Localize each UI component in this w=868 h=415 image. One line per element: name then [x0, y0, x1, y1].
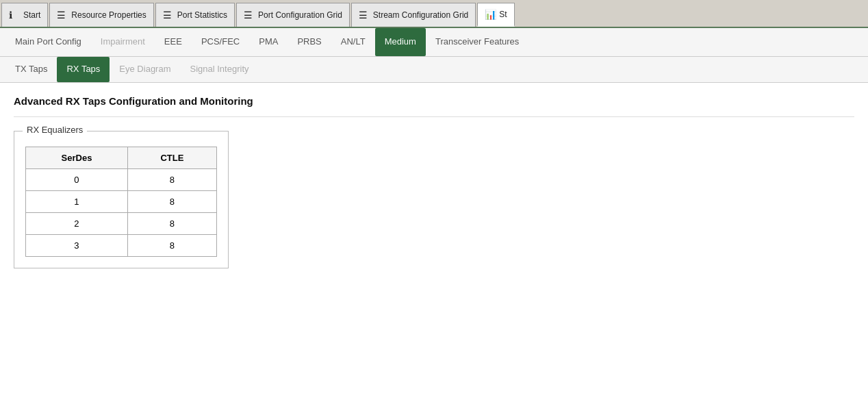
tab-st[interactable]: 📊 St [477, 3, 514, 27]
nav-pcs-fec[interactable]: PCS/FEC [192, 28, 249, 56]
table-header-row: SerDes CTLE [26, 147, 217, 169]
subtab-tx-taps[interactable]: TX Taps [5, 57, 57, 82]
cell-serdes: 3 [26, 235, 128, 257]
port-statistics-icon: ☰ [163, 10, 174, 21]
content-area: Advanced RX Taps Configuration and Monit… [0, 83, 868, 415]
subtab-eye-diagram: Eye Diagram [110, 57, 180, 82]
nav-impairment: Impairment [91, 28, 155, 56]
tab-port-config-grid[interactable]: ☰ Port Configuration Grid [236, 3, 350, 27]
nav-prbs[interactable]: PRBS [288, 28, 331, 56]
cell-ctle: 8 [127, 191, 216, 213]
tab-start[interactable]: ℹ Start [1, 3, 48, 27]
cell-ctle: 8 [127, 213, 216, 235]
nav-transceiver-features[interactable]: Transceiver Features [426, 28, 528, 56]
col-header-serdes: SerDes [26, 147, 128, 169]
col-header-ctle: CTLE [127, 147, 216, 169]
subtab-signal-integrity: Signal Integrity [181, 57, 259, 82]
nav-bar: Main Port Config Impairment EEE PCS/FEC … [0, 28, 868, 57]
start-icon: ℹ [9, 10, 20, 21]
group-box-legend: RX Equalizers [23, 125, 87, 135]
rx-equalizers-group: RX Equalizers SerDes CTLE 08182838 [14, 131, 229, 268]
cell-serdes: 0 [26, 169, 128, 191]
table-row: 18 [26, 191, 217, 213]
nav-main-port-config[interactable]: Main Port Config [5, 28, 91, 56]
cell-serdes: 2 [26, 213, 128, 235]
subtab-bar: TX Taps RX Taps Eye Diagram Signal Integ… [0, 57, 868, 83]
table-row: 28 [26, 213, 217, 235]
table-row: 08 [26, 169, 217, 191]
nav-medium[interactable]: Medium [375, 28, 426, 56]
resource-properties-icon: ☰ [57, 10, 68, 21]
cell-ctle: 8 [127, 235, 216, 257]
section-title: Advanced RX Taps Configuration and Monit… [14, 95, 854, 107]
tab-port-statistics[interactable]: ☰ Port Statistics [155, 3, 235, 27]
nav-eee[interactable]: EEE [155, 28, 192, 56]
tab-resource-properties[interactable]: ☰ Resource Properties [49, 3, 153, 27]
nav-an-lt[interactable]: AN/LT [331, 28, 375, 56]
cell-ctle: 8 [127, 169, 216, 191]
equalizers-table: SerDes CTLE 08182838 [25, 147, 217, 257]
subtab-rx-taps[interactable]: RX Taps [57, 57, 110, 82]
table-row: 38 [26, 235, 217, 257]
tab-bar: ℹ Start ☰ Resource Properties ☰ Port Sta… [0, 0, 868, 28]
tab-stream-config-grid[interactable]: ☰ Stream Configuration Grid [351, 3, 476, 27]
port-config-grid-icon: ☰ [244, 10, 255, 21]
stream-config-grid-icon: ☰ [359, 10, 370, 21]
st-icon: 📊 [485, 9, 496, 20]
nav-pma[interactable]: PMA [249, 28, 288, 56]
cell-serdes: 1 [26, 191, 128, 213]
